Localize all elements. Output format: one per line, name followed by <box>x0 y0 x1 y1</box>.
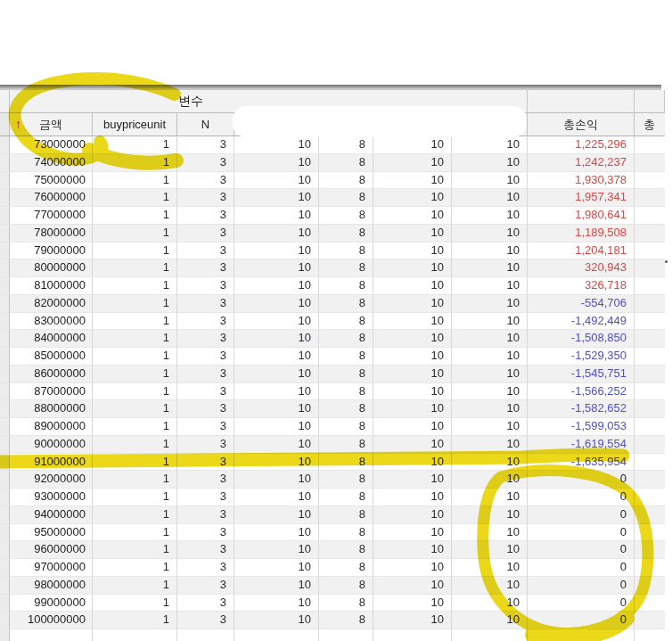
table-row[interactable]: 80000000131081010320,943 <box>0 259 665 277</box>
table-row[interactable]: 760000001310810101,957,341 <box>0 189 665 207</box>
cell-p4: 10 <box>452 242 528 260</box>
cell-p4: 10 <box>452 172 528 190</box>
cell-p4: 10 <box>452 295 528 313</box>
cell-pnl: 0 <box>528 559 635 577</box>
table-row[interactable]: 1000000001310810100 <box>0 612 665 629</box>
cell-p1: 10 <box>234 418 319 436</box>
table-row[interactable]: 87000000131081010-1,566,252 <box>0 383 665 401</box>
table-row[interactable]: 980000001310810100 <box>0 577 665 595</box>
cell-next <box>635 277 665 295</box>
cell-amount: 97000000 <box>10 559 93 577</box>
cell-p3: 10 <box>373 454 452 472</box>
cell-unit: 1 <box>93 207 177 225</box>
table-row[interactable]: 960000001310810100 <box>0 541 665 559</box>
cell-unit: 1 <box>93 172 177 190</box>
cell-pnl: -1,635,954 <box>528 454 635 472</box>
cell-p4: 10 <box>452 436 528 454</box>
cell-unit: 1 <box>93 225 177 242</box>
cell-p2: 8 <box>319 436 373 454</box>
cell-next <box>635 524 665 542</box>
table-row[interactable]: 790000001310810101,204,181 <box>0 242 665 260</box>
cell-p4: 10 <box>452 418 528 436</box>
cell-p3: 10 <box>373 313 452 331</box>
column-header-amount[interactable]: ↑ 금액 <box>10 113 93 136</box>
table-row[interactable]: 88000000131081010-1,582,652 <box>0 400 665 418</box>
cell-p4: 10 <box>452 366 528 383</box>
cell-p1: 10 <box>234 559 319 577</box>
table-row[interactable]: 940000001310810100 <box>0 506 665 524</box>
cell-pnl <box>528 629 635 641</box>
cell-n: 3 <box>177 400 234 418</box>
cell-amount: 77000000 <box>10 207 93 225</box>
cell-gutter <box>0 471 10 489</box>
cell-p2: 8 <box>319 136 373 154</box>
cell-p1: 10 <box>234 154 319 172</box>
table-row[interactable]: 91000000131081010-1,635,954 <box>0 454 665 472</box>
table-row[interactable]: 89000000131081010-1,599,053 <box>0 418 665 436</box>
cell-p2: 8 <box>319 330 373 348</box>
column-header-buypriceunit[interactable]: buypriceunit <box>93 113 177 136</box>
table-row[interactable]: 82000000131081010-554,706 <box>0 295 665 313</box>
cell-p2: 8 <box>319 295 373 313</box>
cell-p4: 10 <box>452 454 528 472</box>
cell-gutter <box>0 418 10 436</box>
cell-p1: 10 <box>234 577 319 595</box>
cell-next <box>635 471 665 489</box>
cell-p2: 8 <box>319 259 373 277</box>
table-row[interactable]: 83000000131081010-1,492,449 <box>0 313 665 331</box>
cell-p4: 10 <box>452 489 528 506</box>
cell-unit: 1 <box>93 454 177 472</box>
table-row[interactable]: 81000000131081010326,718 <box>0 277 665 295</box>
cell-n: 3 <box>177 330 234 348</box>
table-row[interactable] <box>0 629 665 641</box>
table-row[interactable]: 86000000131081010-1,545,751 <box>0 366 665 383</box>
cell-amount: 86000000 <box>10 366 93 383</box>
table-row[interactable]: 750000001310810101,930,378 <box>0 172 665 190</box>
table-row[interactable]: 930000001310810100 <box>0 489 665 506</box>
cell-n: 3 <box>177 612 234 629</box>
column-header-total-pnl[interactable]: 총손익 <box>528 113 635 136</box>
cell-next <box>635 366 665 383</box>
table-row[interactable]: 920000001310810100 <box>0 471 665 489</box>
cell-p2: 8 <box>319 595 373 612</box>
table-row[interactable]: 740000001310810101,242,237 <box>0 154 665 172</box>
cell-p1: 10 <box>234 136 319 154</box>
table-row[interactable]: 780000001310810101,189,508 <box>0 225 665 242</box>
cell-next <box>635 612 665 629</box>
table-row[interactable]: 730000001310810101,225,296 <box>0 136 665 154</box>
cell-n: 3 <box>177 595 234 612</box>
cell-unit: 1 <box>93 242 177 260</box>
cell-p3: 10 <box>373 541 452 559</box>
cell-n: 3 <box>177 577 234 595</box>
column-header-n[interactable]: N <box>177 113 234 136</box>
table-row[interactable]: 970000001310810100 <box>0 559 665 577</box>
cell-p3: 10 <box>373 612 452 629</box>
cell-p1: 10 <box>234 242 319 260</box>
table-row[interactable]: 85000000131081010-1,529,350 <box>0 348 665 366</box>
cell-next <box>635 313 665 331</box>
cell-gutter <box>0 489 10 506</box>
cell-amount: 87000000 <box>10 383 93 401</box>
table-row[interactable]: 950000001310810100 <box>0 524 665 542</box>
cell-amount: 79000000 <box>10 242 93 260</box>
table-row[interactable]: 84000000131081010-1,508,850 <box>0 330 665 348</box>
cell-gutter <box>0 524 10 542</box>
table-row[interactable]: 990000001310810100 <box>0 595 665 612</box>
cell-p1: 10 <box>234 313 319 331</box>
cell-gutter <box>0 348 10 366</box>
cell-p4: 10 <box>452 136 528 154</box>
table-row[interactable]: 90000000131081010-1,619,554 <box>0 436 665 454</box>
cell-p2: 8 <box>319 524 373 542</box>
cell-p1: 10 <box>234 454 319 472</box>
cell-amount: 78000000 <box>10 225 93 242</box>
cell-n: 3 <box>177 436 234 454</box>
cell-gutter <box>0 454 10 472</box>
cell-p4: 10 <box>452 506 528 524</box>
cell-p1: 10 <box>234 295 319 313</box>
cell-gutter <box>0 313 10 331</box>
column-header-next-partial[interactable]: 총 <box>635 113 665 136</box>
table-row[interactable]: 770000001310810101,980,641 <box>0 207 665 225</box>
cell-next <box>635 400 665 418</box>
cell-amount: 94000000 <box>10 506 93 524</box>
cell-p1: 10 <box>234 225 319 242</box>
